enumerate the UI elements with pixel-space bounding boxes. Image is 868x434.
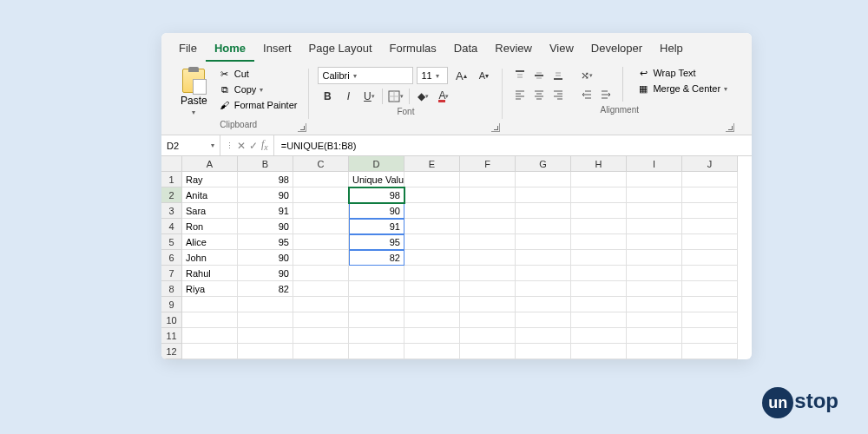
increase-indent-button[interactable] — [596, 86, 615, 103]
cell-J5[interactable] — [682, 234, 738, 250]
cell-F4[interactable] — [460, 219, 516, 234]
cell-I6[interactable] — [627, 250, 682, 266]
col-header-H[interactable]: H — [571, 156, 627, 172]
cell-A3[interactable]: Sara — [182, 203, 238, 219]
row-header-10[interactable]: 10 — [161, 312, 182, 328]
cell-A11[interactable] — [182, 328, 238, 344]
cell-H3[interactable] — [571, 203, 627, 219]
cell-G8[interactable] — [516, 281, 571, 297]
tab-formulas[interactable]: Formulas — [381, 38, 445, 62]
cell-H1[interactable] — [571, 172, 627, 187]
cell-F5[interactable] — [460, 234, 516, 250]
cell-D11[interactable] — [349, 328, 404, 344]
cell-B3[interactable]: 91 — [238, 203, 293, 219]
col-header-E[interactable]: E — [404, 156, 460, 172]
cell-B9[interactable] — [238, 297, 293, 312]
cell-C11[interactable] — [293, 328, 349, 344]
row-header-5[interactable]: 5 — [161, 234, 182, 250]
cell-C9[interactable] — [293, 297, 349, 312]
cell-J1[interactable] — [682, 172, 738, 187]
cell-A1[interactable]: Ray — [182, 172, 238, 187]
cell-F1[interactable] — [460, 172, 516, 187]
cell-E11[interactable] — [404, 328, 460, 344]
row-header-3[interactable]: 3 — [161, 203, 182, 219]
cell-I2[interactable] — [627, 187, 682, 203]
col-header-I[interactable]: I — [627, 156, 682, 172]
cell-F6[interactable] — [460, 250, 516, 266]
cell-F2[interactable] — [460, 187, 516, 203]
fx-icon[interactable]: fx — [261, 138, 268, 152]
cell-J3[interactable] — [682, 203, 738, 219]
cell-A2[interactable]: Anita — [182, 187, 238, 203]
align-middle-button[interactable] — [530, 67, 548, 84]
cell-H4[interactable] — [571, 219, 627, 234]
bold-button[interactable]: B — [318, 88, 337, 105]
cell-C3[interactable] — [293, 203, 349, 219]
font-size-combo[interactable]: 11 ▾ — [417, 67, 448, 84]
row-header-11[interactable]: 11 — [161, 328, 182, 344]
cell-A12[interactable] — [182, 344, 238, 359]
cell-H6[interactable] — [571, 250, 627, 266]
cell-E6[interactable] — [404, 250, 460, 266]
cell-B7[interactable]: 90 — [238, 266, 293, 281]
cell-H7[interactable] — [571, 266, 627, 281]
tab-insert[interactable]: Insert — [254, 38, 300, 62]
font-color-button[interactable]: A▾ — [434, 88, 453, 105]
cell-F11[interactable] — [460, 328, 516, 344]
cell-J10[interactable] — [682, 312, 738, 328]
tab-page-layout[interactable]: Page Layout — [300, 38, 381, 62]
cell-I4[interactable] — [627, 219, 682, 234]
cell-B6[interactable]: 90 — [238, 250, 293, 266]
format-painter-button[interactable]: 🖌 Format Painter — [216, 98, 300, 112]
cell-B12[interactable] — [238, 344, 293, 359]
cell-C10[interactable] — [293, 312, 349, 328]
cell-E10[interactable] — [404, 312, 460, 328]
cell-C4[interactable] — [293, 219, 349, 234]
cell-I9[interactable] — [627, 297, 682, 312]
cell-H11[interactable] — [571, 328, 627, 344]
cell-F3[interactable] — [460, 203, 516, 219]
cell-E3[interactable] — [404, 203, 460, 219]
cell-B4[interactable]: 90 — [238, 219, 293, 234]
cell-B1[interactable]: 98 — [238, 172, 293, 187]
tab-data[interactable]: Data — [445, 38, 486, 62]
cell-G5[interactable] — [516, 234, 571, 250]
cell-G3[interactable] — [516, 203, 571, 219]
name-box[interactable]: D2 ▾ — [161, 135, 220, 155]
cell-I5[interactable] — [627, 234, 682, 250]
orientation-button[interactable]: ⤭▾ — [577, 67, 596, 84]
row-header-4[interactable]: 4 — [161, 219, 182, 234]
cell-I11[interactable] — [627, 328, 682, 344]
col-header-G[interactable]: G — [516, 156, 571, 172]
cell-D3[interactable]: 90 — [349, 203, 404, 219]
align-center-button[interactable] — [530, 86, 548, 103]
cell-E7[interactable] — [404, 266, 460, 281]
cell-D9[interactable] — [349, 297, 404, 312]
col-header-B[interactable]: B — [238, 156, 293, 172]
cell-J8[interactable] — [682, 281, 738, 297]
row-header-2[interactable]: 2 — [161, 187, 182, 203]
cell-E12[interactable] — [404, 344, 460, 359]
cell-D2[interactable]: 98 — [349, 187, 404, 203]
cell-J7[interactable] — [682, 266, 738, 281]
col-header-F[interactable]: F — [460, 156, 516, 172]
fill-color-button[interactable]: ◆▾ — [413, 88, 432, 105]
underline-button[interactable]: U▾ — [359, 88, 378, 105]
cell-G7[interactable] — [516, 266, 571, 281]
cell-J11[interactable] — [682, 328, 738, 344]
tab-home[interactable]: Home — [206, 38, 254, 62]
cell-H9[interactable] — [571, 297, 627, 312]
select-all-corner[interactable] — [161, 156, 182, 172]
cell-B8[interactable]: 82 — [238, 281, 293, 297]
cell-E5[interactable] — [404, 234, 460, 250]
cell-I10[interactable] — [627, 312, 682, 328]
cell-A9[interactable] — [182, 297, 238, 312]
cell-A7[interactable]: Rahul — [182, 266, 238, 281]
cell-F7[interactable] — [460, 266, 516, 281]
align-left-button[interactable] — [511, 86, 529, 103]
cell-G11[interactable] — [516, 328, 571, 344]
cell-A8[interactable]: Riya — [182, 281, 238, 297]
italic-button[interactable]: I — [339, 88, 358, 105]
cell-F9[interactable] — [460, 297, 516, 312]
cell-B2[interactable]: 90 — [238, 187, 293, 203]
